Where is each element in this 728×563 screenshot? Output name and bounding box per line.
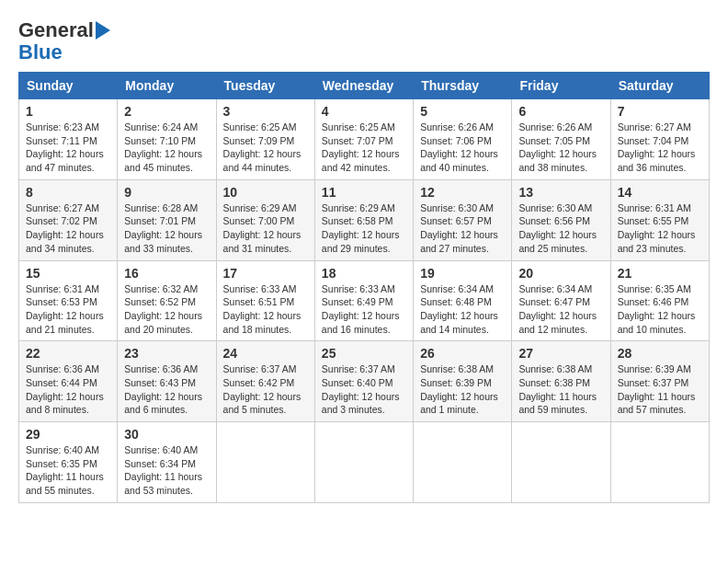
day-info: Sunrise: 6:30 AMSunset: 6:57 PMDaylight:… (420, 201, 505, 256)
day-number: 15 (26, 266, 110, 281)
day-number: 13 (518, 185, 603, 200)
day-info: Sunrise: 6:26 AMSunset: 7:05 PMDaylight:… (518, 121, 603, 175)
day-number: 10 (223, 185, 308, 200)
logo-general: General (18, 18, 94, 42)
calendar-cell: 14 Sunrise: 6:31 AMSunset: 6:55 PMDaylig… (610, 179, 709, 260)
day-number: 26 (420, 346, 505, 361)
day-info: Sunrise: 6:40 AMSunset: 6:35 PMDaylight:… (26, 443, 110, 498)
calendar-cell: 16 Sunrise: 6:32 AMSunset: 6:52 PMDaylig… (118, 260, 216, 341)
calendar-cell: 3 Sunrise: 6:25 AMSunset: 7:09 PMDayligh… (216, 99, 314, 180)
calendar-cell: 28 Sunrise: 6:39 AMSunset: 6:37 PMDaylig… (610, 341, 709, 422)
day-info: Sunrise: 6:35 AMSunset: 6:46 PMDaylight:… (618, 282, 702, 337)
day-info: Sunrise: 6:28 AMSunset: 7:01 PMDaylight:… (124, 201, 209, 256)
day-info: Sunrise: 6:26 AMSunset: 7:06 PMDaylight:… (420, 121, 505, 175)
calendar-cell: 15 Sunrise: 6:31 AMSunset: 6:53 PMDaylig… (19, 260, 118, 341)
day-number: 14 (618, 185, 702, 200)
day-number: 4 (322, 104, 406, 119)
calendar-cell: 19 Sunrise: 6:34 AMSunset: 6:48 PMDaylig… (414, 260, 512, 341)
day-number: 11 (322, 185, 406, 200)
calendar-cell: 9 Sunrise: 6:28 AMSunset: 7:01 PMDayligh… (118, 179, 216, 260)
day-number: 17 (223, 266, 308, 281)
day-number: 12 (420, 185, 505, 200)
column-header-tuesday: Tuesday (216, 73, 314, 99)
day-number: 3 (223, 104, 308, 119)
day-number: 25 (322, 346, 406, 361)
day-info: Sunrise: 6:33 AMSunset: 6:49 PMDaylight:… (322, 282, 406, 337)
day-number: 5 (420, 104, 505, 119)
day-info: Sunrise: 6:25 AMSunset: 7:07 PMDaylight:… (322, 121, 406, 175)
calendar-cell: 1 Sunrise: 6:23 AMSunset: 7:11 PMDayligh… (19, 99, 118, 180)
calendar-cell: 13 Sunrise: 6:30 AMSunset: 6:56 PMDaylig… (512, 179, 610, 260)
calendar-cell (216, 422, 314, 503)
calendar-cell: 22 Sunrise: 6:36 AMSunset: 6:44 PMDaylig… (19, 341, 118, 422)
day-info: Sunrise: 6:32 AMSunset: 6:52 PMDaylight:… (124, 282, 209, 337)
day-info: Sunrise: 6:25 AMSunset: 7:09 PMDaylight:… (223, 121, 308, 175)
day-number: 23 (124, 346, 209, 361)
day-number: 24 (223, 346, 308, 361)
logo-blue: Blue (18, 42, 63, 63)
column-header-friday: Friday (512, 73, 610, 99)
day-info: Sunrise: 6:31 AMSunset: 6:53 PMDaylight:… (26, 282, 110, 337)
day-number: 18 (322, 266, 406, 281)
calendar-cell: 4 Sunrise: 6:25 AMSunset: 7:07 PMDayligh… (314, 99, 413, 180)
day-info: Sunrise: 6:40 AMSunset: 6:34 PMDaylight:… (124, 443, 209, 498)
day-number: 8 (26, 185, 110, 200)
day-info: Sunrise: 6:38 AMSunset: 6:39 PMDaylight:… (420, 362, 505, 417)
logo: General Blue (18, 18, 110, 63)
day-info: Sunrise: 6:23 AMSunset: 7:11 PMDaylight:… (26, 121, 110, 175)
day-info: Sunrise: 6:36 AMSunset: 6:43 PMDaylight:… (124, 362, 209, 417)
calendar-week-row: 22 Sunrise: 6:36 AMSunset: 6:44 PMDaylig… (19, 341, 710, 422)
day-info: Sunrise: 6:37 AMSunset: 6:42 PMDaylight:… (223, 362, 308, 417)
day-info: Sunrise: 6:37 AMSunset: 6:40 PMDaylight:… (322, 362, 406, 417)
day-info: Sunrise: 6:29 AMSunset: 7:00 PMDaylight:… (223, 201, 308, 256)
day-number: 20 (518, 266, 603, 281)
day-number: 16 (124, 266, 209, 281)
column-header-wednesday: Wednesday (314, 73, 413, 99)
calendar-cell (512, 422, 610, 503)
day-number: 30 (124, 427, 209, 442)
calendar-cell: 20 Sunrise: 6:34 AMSunset: 6:47 PMDaylig… (512, 260, 610, 341)
calendar-cell: 30 Sunrise: 6:40 AMSunset: 6:34 PMDaylig… (118, 422, 216, 503)
calendar-week-row: 8 Sunrise: 6:27 AMSunset: 7:02 PMDayligh… (19, 179, 710, 260)
day-number: 7 (618, 104, 702, 119)
day-info: Sunrise: 6:31 AMSunset: 6:55 PMDaylight:… (618, 201, 702, 256)
day-info: Sunrise: 6:38 AMSunset: 6:38 PMDaylight:… (518, 362, 603, 417)
calendar-cell (414, 422, 512, 503)
calendar-cell: 27 Sunrise: 6:38 AMSunset: 6:38 PMDaylig… (512, 341, 610, 422)
calendar-cell: 18 Sunrise: 6:33 AMSunset: 6:49 PMDaylig… (314, 260, 413, 341)
day-number: 9 (124, 185, 209, 200)
day-info: Sunrise: 6:30 AMSunset: 6:56 PMDaylight:… (518, 201, 603, 256)
calendar-cell: 10 Sunrise: 6:29 AMSunset: 7:00 PMDaylig… (216, 179, 314, 260)
calendar-cell: 6 Sunrise: 6:26 AMSunset: 7:05 PMDayligh… (512, 99, 610, 180)
day-info: Sunrise: 6:29 AMSunset: 6:58 PMDaylight:… (322, 201, 406, 256)
calendar-cell: 8 Sunrise: 6:27 AMSunset: 7:02 PMDayligh… (19, 179, 118, 260)
day-number: 27 (518, 346, 603, 361)
day-info: Sunrise: 6:27 AMSunset: 7:04 PMDaylight:… (618, 121, 702, 175)
day-number: 1 (26, 104, 110, 119)
calendar-week-row: 1 Sunrise: 6:23 AMSunset: 7:11 PMDayligh… (19, 99, 710, 180)
day-info: Sunrise: 6:34 AMSunset: 6:47 PMDaylight:… (518, 282, 603, 337)
day-number: 19 (420, 266, 505, 281)
calendar-cell: 24 Sunrise: 6:37 AMSunset: 6:42 PMDaylig… (216, 341, 314, 422)
calendar-cell: 11 Sunrise: 6:29 AMSunset: 6:58 PMDaylig… (314, 179, 413, 260)
day-number: 6 (518, 104, 603, 119)
column-header-monday: Monday (118, 73, 216, 99)
calendar-cell: 21 Sunrise: 6:35 AMSunset: 6:46 PMDaylig… (610, 260, 709, 341)
day-info: Sunrise: 6:36 AMSunset: 6:44 PMDaylight:… (26, 362, 110, 417)
day-info: Sunrise: 6:24 AMSunset: 7:10 PMDaylight:… (124, 121, 209, 175)
calendar-week-row: 15 Sunrise: 6:31 AMSunset: 6:53 PMDaylig… (19, 260, 710, 341)
column-header-saturday: Saturday (610, 73, 709, 99)
day-info: Sunrise: 6:27 AMSunset: 7:02 PMDaylight:… (26, 201, 110, 256)
calendar-cell: 23 Sunrise: 6:36 AMSunset: 6:43 PMDaylig… (118, 341, 216, 422)
calendar-cell: 2 Sunrise: 6:24 AMSunset: 7:10 PMDayligh… (118, 99, 216, 180)
day-info: Sunrise: 6:34 AMSunset: 6:48 PMDaylight:… (420, 282, 505, 337)
day-number: 21 (618, 266, 702, 281)
day-number: 22 (26, 346, 110, 361)
day-number: 28 (618, 346, 702, 361)
column-header-thursday: Thursday (414, 73, 512, 99)
day-number: 29 (26, 427, 110, 442)
day-info: Sunrise: 6:33 AMSunset: 6:51 PMDaylight:… (223, 282, 308, 337)
day-number: 2 (124, 104, 209, 119)
calendar-cell: 12 Sunrise: 6:30 AMSunset: 6:57 PMDaylig… (414, 179, 512, 260)
calendar-cell: 26 Sunrise: 6:38 AMSunset: 6:39 PMDaylig… (414, 341, 512, 422)
